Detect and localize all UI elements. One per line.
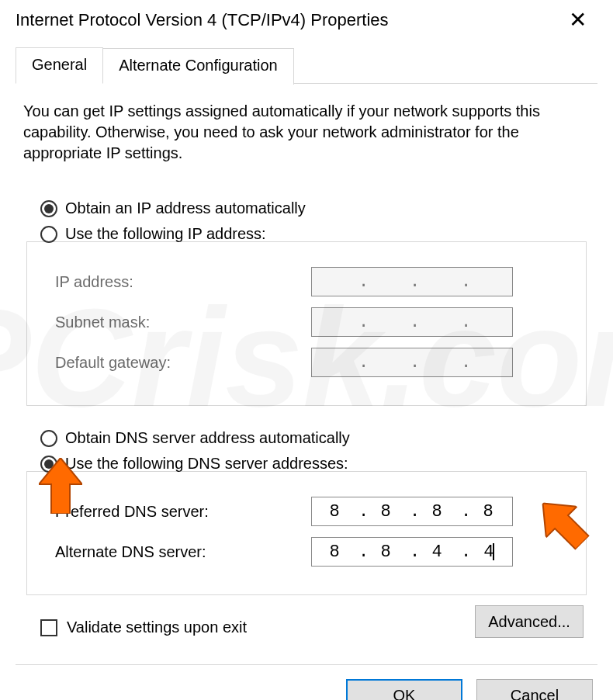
- radio-label: Obtain DNS server address automatically: [65, 429, 350, 447]
- radio-label: Use the following IP address:: [65, 225, 266, 243]
- checkbox-icon: [40, 619, 57, 636]
- ip-fields-group: IP address: . . . Subnet mask: . . . D: [26, 241, 587, 406]
- default-gateway-input: . . .: [311, 348, 513, 377]
- subnet-mask-input: . . .: [311, 307, 513, 337]
- tab-general[interactable]: General: [16, 47, 103, 84]
- checkbox-label: Validate settings upon exit: [67, 619, 247, 636]
- description-text: You can get IP settings assigned automat…: [23, 101, 590, 164]
- close-icon[interactable]: ✕: [558, 6, 597, 34]
- text-cursor: [493, 543, 494, 560]
- dialog-window: PCrisk.com Internet Protocol Version 4 (…: [0, 0, 613, 700]
- radio-use-following-ip[interactable]: Use the following IP address:: [40, 225, 590, 243]
- subnet-mask-label: Subnet mask:: [55, 314, 296, 331]
- tab-general-label: General: [32, 56, 87, 73]
- cancel-button[interactable]: Cancel: [476, 679, 593, 700]
- radio-label: Obtain an IP address automatically: [65, 199, 306, 217]
- tab-strip: General Alternate Configuration: [16, 47, 597, 84]
- default-gateway-label: Default gateway:: [55, 354, 296, 372]
- tab-alternate-configuration[interactable]: Alternate Configuration: [103, 48, 294, 85]
- radio-label: Use the following DNS server addresses:: [65, 455, 348, 473]
- radio-obtain-dns-auto[interactable]: Obtain DNS server address automatically: [40, 429, 590, 447]
- radio-use-following-dns[interactable]: Use the following DNS server addresses:: [40, 455, 590, 473]
- preferred-dns-input[interactable]: 8. 8. 8. 8: [311, 497, 513, 526]
- ok-button[interactable]: OK: [346, 679, 462, 700]
- advanced-button[interactable]: Advanced...: [475, 605, 584, 638]
- radio-icon: [40, 200, 57, 217]
- window-title: Internet Protocol Version 4 (TCP/IPv4) P…: [16, 10, 389, 30]
- radio-icon: [40, 456, 57, 473]
- ip-address-input: . . .: [311, 267, 513, 296]
- alternate-dns-label: Alternate DNS server:: [55, 543, 296, 561]
- dialog-footer: OK Cancel: [16, 664, 597, 700]
- alternate-dns-input[interactable]: 8. 8. 4. 4: [311, 537, 513, 567]
- radio-icon: [40, 430, 57, 447]
- tab-content: You can get IP settings assigned automat…: [0, 84, 613, 647]
- ip-address-label: IP address:: [55, 273, 296, 291]
- radio-obtain-ip-auto[interactable]: Obtain an IP address automatically: [40, 199, 590, 217]
- titlebar: Internet Protocol Version 4 (TCP/IPv4) P…: [0, 0, 613, 39]
- preferred-dns-label: Preferred DNS server:: [55, 503, 296, 521]
- dns-fields-group: Preferred DNS server: 8. 8. 8. 8 Alterna…: [26, 471, 587, 595]
- tab-alternate-label: Alternate Configuration: [119, 57, 278, 74]
- radio-icon: [40, 226, 57, 243]
